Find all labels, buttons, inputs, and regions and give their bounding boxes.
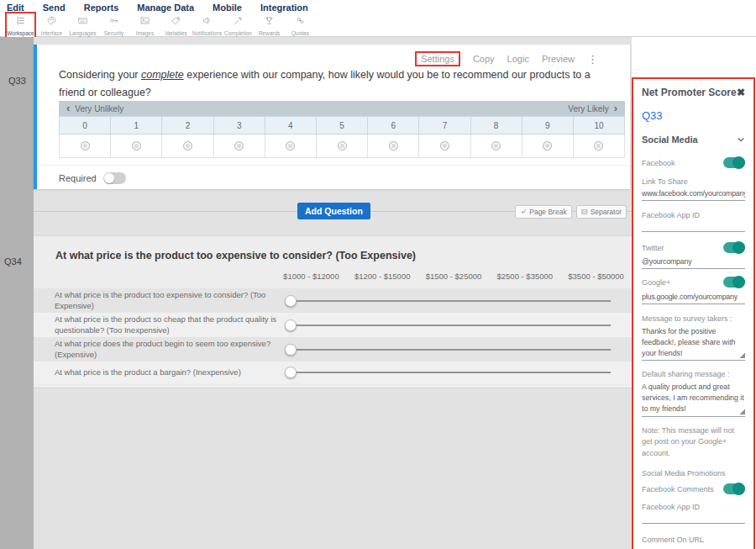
price-column: $1200 - $15000: [347, 272, 418, 281]
menu-edit[interactable]: Edit: [7, 3, 24, 13]
toolbar-interface[interactable]: Interface: [36, 14, 67, 36]
radio-button[interactable]: [183, 141, 192, 150]
panel-question-code[interactable]: Q33: [642, 109, 745, 122]
nps-value-9[interactable]: 9: [522, 116, 574, 135]
copy-button[interactable]: Copy: [473, 54, 495, 64]
price-column: $1500 - $25000: [418, 272, 490, 281]
question-code-q33: Q33: [8, 76, 26, 86]
slider-handle[interactable]: [285, 319, 297, 331]
toolbar-notifications[interactable]: Notifications: [192, 14, 223, 36]
toolbar-rewards[interactable]: Rewards: [254, 14, 285, 36]
nps-radio-cell: [214, 135, 265, 158]
facebook-app-id-2-input[interactable]: [642, 511, 745, 524]
default-message-textarea[interactable]: A quality product and great services, I …: [642, 382, 745, 416]
radio-button[interactable]: [338, 141, 347, 150]
resize-handle-icon[interactable]: [740, 409, 745, 414]
page-break-button[interactable]: Page Break: [515, 205, 571, 219]
menu-integration[interactable]: Integration: [260, 3, 308, 13]
settings-button[interactable]: Settings: [415, 51, 460, 66]
nps-question-text: Considering your complete experience wit…: [59, 66, 603, 101]
toolbar-security[interactable]: Security: [98, 14, 129, 36]
panel-title: Net Promoter Score: [642, 87, 737, 98]
menu-send[interactable]: Send: [43, 3, 66, 13]
nps-scale: ‹ Very Unlikely Very Likely › 0 1 2 3 4 …: [59, 101, 625, 158]
nps-value-8[interactable]: 8: [471, 116, 522, 135]
slider-handle[interactable]: [285, 367, 297, 378]
radio-button[interactable]: [286, 141, 295, 150]
google-row: Google+: [642, 277, 745, 288]
logic-button[interactable]: Logic: [507, 54, 529, 64]
separator-button[interactable]: Separator: [576, 205, 627, 219]
google-note: Note: This message will not get post on …: [642, 425, 745, 461]
radio-button[interactable]: [234, 141, 244, 150]
facebook-comments-toggle[interactable]: [723, 483, 745, 494]
radio-button[interactable]: [132, 141, 141, 150]
edit-toolbar: Workspace Interface Languages Security I…: [0, 14, 756, 37]
toolbar-variables[interactable]: Variables: [160, 14, 192, 36]
twitter-row: Twitter: [642, 242, 745, 253]
radio-button[interactable]: [543, 141, 552, 150]
menu-mobile[interactable]: Mobile: [213, 3, 242, 13]
google-url-input[interactable]: plus.google.com/yourcompany: [642, 293, 745, 304]
nps-value-2[interactable]: 2: [162, 116, 213, 135]
nps-value-3[interactable]: 3: [214, 116, 265, 135]
nps-scale-header: ‹ Very Unlikely Very Likely ›: [59, 101, 625, 116]
radio-button[interactable]: [594, 141, 603, 150]
twitter-handle-input[interactable]: @yourcompany: [642, 257, 745, 269]
toolbar-completion[interactable]: Completion: [223, 14, 254, 36]
toolbar-quotas[interactable]: Quotas: [285, 14, 316, 36]
twitter-toggle[interactable]: [723, 242, 745, 253]
radio-button[interactable]: [491, 141, 501, 150]
nps-radio-cell: [471, 135, 522, 158]
radio-button[interactable]: [389, 141, 398, 150]
price-question-card: At what price is the product too expensi…: [34, 235, 632, 388]
nps-value-6[interactable]: 6: [368, 116, 419, 135]
required-toggle[interactable]: [103, 172, 126, 184]
nps-radio-cell: [419, 135, 470, 158]
price-row: At what price is the product a bargain? …: [34, 362, 632, 383]
nps-value-1[interactable]: 1: [111, 116, 162, 135]
nps-value-10[interactable]: 10: [574, 116, 625, 135]
toolbar-workspace[interactable]: Workspace: [5, 12, 36, 39]
resize-handle-icon[interactable]: [740, 353, 745, 358]
nps-value-0[interactable]: 0: [60, 116, 111, 135]
preview-button[interactable]: Preview: [542, 54, 575, 64]
question-code-q34: Q34: [4, 256, 22, 267]
radio-button[interactable]: [81, 141, 90, 150]
google-toggle[interactable]: [723, 277, 745, 288]
nps-value-5[interactable]: 5: [317, 116, 368, 135]
slider-handle[interactable]: [285, 295, 297, 307]
toolbar-images[interactable]: Images: [129, 14, 160, 36]
message-textarea[interactable]: Thanks for the positive feedback!, pleas…: [642, 326, 745, 361]
comment-on-url-label: Comment On URL: [642, 536, 745, 544]
chevron-left-icon: ‹: [66, 104, 70, 113]
link-to-share-input[interactable]: www.facebook.com/yourcompany: [642, 189, 745, 201]
close-icon[interactable]: ✖: [737, 87, 745, 98]
nps-value-7[interactable]: 7: [419, 116, 470, 135]
nps-value-4[interactable]: 4: [265, 116, 317, 135]
nps-right-anchor[interactable]: Very Likely ›: [568, 104, 617, 113]
toolbar-label: Rewards: [259, 30, 281, 36]
kebab-menu-icon[interactable]: ⋮: [587, 53, 598, 66]
price-row: At what price is the product too expensi…: [34, 288, 632, 313]
comment-on-url-input[interactable]: [642, 544, 745, 549]
toolbar-languages[interactable]: Languages: [67, 14, 98, 36]
required-label: Required: [59, 173, 97, 183]
price-slider: [285, 344, 611, 356]
add-question-button[interactable]: Add Question: [297, 203, 370, 219]
toolbar-label: Completion: [224, 30, 252, 36]
menu-reports[interactable]: Reports: [84, 3, 119, 13]
nps-left-anchor[interactable]: ‹ Very Unlikely: [66, 104, 123, 113]
section-social-media[interactable]: Social Media: [642, 135, 745, 145]
facebook-toggle[interactable]: [723, 157, 745, 168]
menu-manage-data[interactable]: Manage Data: [137, 3, 194, 13]
nps-number-row: 0 1 2 3 4 5 6 7 8 9 10: [59, 116, 625, 135]
price-question-title: At what price is the product too expensi…: [55, 250, 416, 261]
facebook-app-id-input[interactable]: [642, 219, 745, 232]
message-label: Message to survey takers :: [642, 314, 745, 323]
price-row-label: At what price does the product begin to …: [55, 339, 280, 360]
radio-button[interactable]: [440, 141, 449, 150]
slider-handle[interactable]: [285, 344, 297, 356]
price-column: $3500 - $50000: [560, 272, 632, 281]
facebook-row: Facebook: [642, 157, 745, 168]
